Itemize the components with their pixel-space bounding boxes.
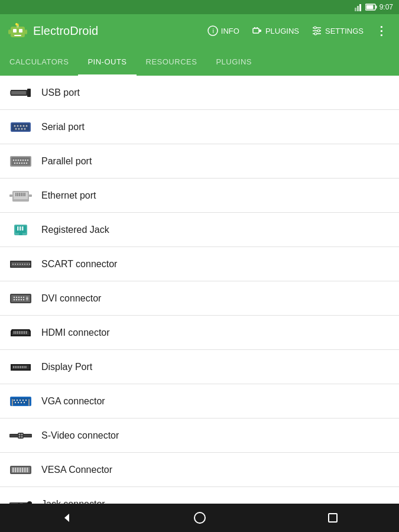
svg-rect-101 <box>17 331 18 334</box>
parallel-port-icon <box>9 154 32 169</box>
vesa-connector-label: VESA Connector <box>41 465 112 475</box>
jack-connector-label: Jack connector <box>41 499 105 504</box>
back-button[interactable] <box>54 505 80 531</box>
svg-rect-113 <box>20 366 21 368</box>
more-options-button[interactable]: ⋮ <box>371 20 392 41</box>
time-display: 9:07 <box>379 3 393 11</box>
list-item[interactable]: SCART connector <box>0 247 399 281</box>
svg-rect-99 <box>14 331 15 334</box>
svg-point-56 <box>26 162 27 163</box>
svg-point-127 <box>21 401 22 403</box>
svg-rect-12 <box>8 30 11 34</box>
tab-calculators[interactable]: CALCULATORS <box>0 49 78 76</box>
tab-resources[interactable]: RESOURCES <box>137 49 207 76</box>
svg-point-34 <box>17 125 19 126</box>
settings-icon <box>311 25 323 37</box>
svg-point-75 <box>12 264 14 265</box>
svg-point-184 <box>194 512 205 523</box>
svg-point-40 <box>21 128 23 129</box>
svg-point-82 <box>29 264 30 265</box>
svg-point-122 <box>20 399 21 400</box>
settings-button[interactable]: SETTINGS <box>306 21 368 40</box>
signal-icon <box>355 3 363 11</box>
svg-rect-105 <box>24 331 25 334</box>
tab-bar: CALCULATORS PIN-OUTS RESOURCES PLUGINS <box>0 47 399 76</box>
svg-point-39 <box>18 128 20 129</box>
tab-plugins[interactable]: PLUGINS <box>206 49 261 76</box>
hdmi-connector-label: HDMI connector <box>41 327 110 338</box>
bottom-nav-bar <box>0 504 399 532</box>
svg-rect-18 <box>259 30 261 32</box>
list-item[interactable]: VGA connector <box>0 384 399 419</box>
list-item[interactable]: Ethernet port <box>0 179 399 213</box>
svg-rect-114 <box>22 366 23 368</box>
svg-rect-116 <box>25 366 27 368</box>
list-item[interactable]: Parallel port <box>0 144 399 179</box>
svg-point-53 <box>19 162 20 163</box>
dvi-connector-label: DVI connector <box>41 293 101 304</box>
list-item[interactable]: USB port <box>0 76 399 110</box>
list-item[interactable]: DVI connector <box>0 281 399 316</box>
usb-port-icon <box>9 85 32 100</box>
svg-rect-72 <box>19 233 22 235</box>
vga-connector-icon <box>9 394 32 409</box>
hdmi-connector-icon <box>9 325 32 340</box>
app-bar: ⚡ ElectroDroid i INFO PLUGINS <box>0 14 399 47</box>
svg-point-33 <box>14 125 16 126</box>
svg-rect-62 <box>21 193 22 196</box>
svg-rect-100 <box>15 331 17 334</box>
status-bar: 9:07 <box>0 0 399 14</box>
svg-point-94 <box>23 299 24 300</box>
vesa-connector-icon <box>9 462 32 478</box>
svg-point-88 <box>21 296 22 297</box>
svg-point-76 <box>15 264 16 265</box>
usb-port-label: USB port <box>41 87 80 98</box>
svg-point-85 <box>14 296 15 297</box>
svg-point-124 <box>25 399 27 400</box>
plugins-icon <box>251 25 263 37</box>
info-button[interactable]: i INFO <box>202 21 244 40</box>
svg-point-26 <box>314 33 317 35</box>
battery-icon <box>365 4 377 11</box>
svideo-connector-icon <box>9 428 32 443</box>
recents-button[interactable] <box>320 505 346 531</box>
app-bar-actions: i INFO PLUGINS <box>202 20 392 41</box>
tab-pinouts[interactable]: PIN-OUTS <box>78 49 136 76</box>
list-item[interactable]: Serial port <box>0 110 399 144</box>
svg-point-90 <box>14 299 15 300</box>
svg-point-46 <box>18 159 19 160</box>
svg-rect-146 <box>27 468 28 472</box>
home-button[interactable] <box>187 505 213 531</box>
svg-rect-60 <box>17 193 18 196</box>
svg-point-134 <box>19 433 21 435</box>
svg-point-136 <box>19 436 21 437</box>
jack-connector-icon <box>9 497 32 504</box>
svg-point-77 <box>17 264 18 265</box>
svg-point-135 <box>21 433 23 435</box>
svg-rect-17 <box>253 28 259 33</box>
list-item[interactable]: Registered Jack <box>0 213 399 247</box>
svg-point-35 <box>20 125 22 126</box>
list-item[interactable]: HDMI connector <box>0 316 399 350</box>
svg-point-137 <box>21 436 23 437</box>
list-item[interactable]: Display Port <box>0 350 399 384</box>
svg-rect-110 <box>15 366 16 368</box>
plugins-button[interactable]: PLUGINS <box>246 21 304 40</box>
svg-rect-130 <box>28 399 30 406</box>
connector-list: USB port Serial port <box>0 76 399 504</box>
parallel-port-label: Parallel port <box>41 156 92 167</box>
svg-point-47 <box>20 159 21 160</box>
svg-rect-61 <box>19 193 20 196</box>
svg-rect-140 <box>12 468 14 472</box>
svg-text:i: i <box>212 27 213 34</box>
svg-point-125 <box>15 401 16 403</box>
svideo-connector-label: S-Video connector <box>41 430 119 441</box>
svg-point-24 <box>314 27 316 29</box>
list-item[interactable]: VESA Connector <box>0 453 399 487</box>
serial-port-label: Serial port <box>41 122 85 132</box>
app-title: ElectroDroid <box>33 24 197 38</box>
list-item[interactable]: S-Video connector <box>0 419 399 453</box>
list-item[interactable]: Jack connector <box>0 487 399 504</box>
svg-point-78 <box>20 264 21 265</box>
svg-point-81 <box>27 264 28 265</box>
